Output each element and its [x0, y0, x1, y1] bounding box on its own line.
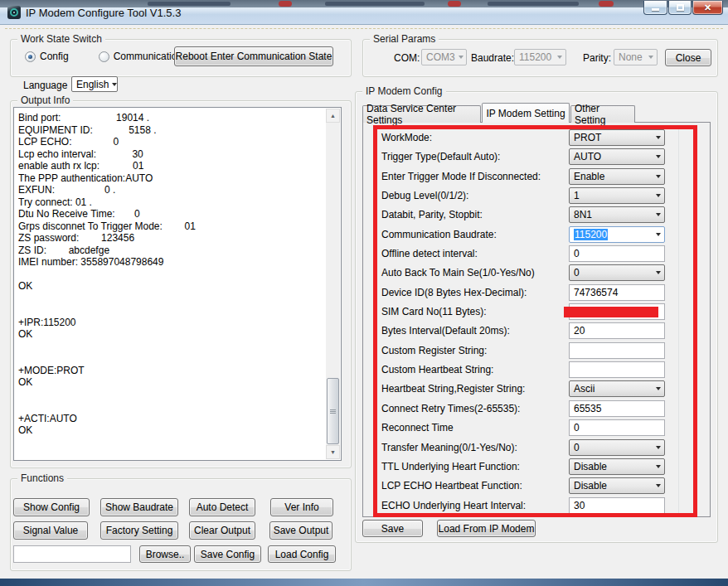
signal-value-button[interactable]: Signal Value	[13, 521, 88, 540]
enter-trigger-mode-if-disconnected-select[interactable]: Enable	[569, 168, 665, 185]
tab-other-setting[interactable]: Other Setting	[570, 105, 635, 123]
tab-ip-modem-setting[interactable]: IP Modem Setting	[482, 103, 570, 123]
clear-output-button[interactable]: Clear Output	[189, 521, 255, 540]
sim-card-no-11-bytes-input[interactable]	[569, 303, 665, 320]
radio-label: Config	[40, 51, 69, 62]
ttl-underlying-heart-function-select[interactable]: Disable	[569, 458, 665, 475]
config-file-path-input[interactable]	[13, 545, 131, 563]
heartbeat-string-register-string-select[interactable]: Ascii	[569, 380, 665, 397]
chevron-down-icon	[656, 271, 661, 274]
save-config-button[interactable]: Save Config	[194, 545, 261, 563]
field-label: Custom Heartbeat String:	[381, 364, 567, 375]
tabstrip: Data Service Center SettingsIP Modem Set…	[362, 103, 636, 123]
minimize-button[interactable]	[643, 1, 667, 15]
serial-params-label: Serial Params	[370, 33, 439, 46]
com-select[interactable]: COM3	[421, 49, 467, 65]
serial-close-button[interactable]: Close	[665, 49, 711, 66]
field-value: Disable	[574, 480, 607, 492]
device-id-8-bytes-hex-decimal-input[interactable]: 74736574	[569, 284, 665, 301]
backdrop-blob	[325, 2, 425, 6]
form-row-communication-baudrate: Communication Baudrate:115200	[381, 226, 665, 245]
auto-detect-button[interactable]: Auto Detect	[189, 498, 255, 516]
load-config-button[interactable]: Load Config	[268, 545, 336, 563]
radio-communication[interactable]: Communication	[99, 51, 182, 62]
redaction-bar	[564, 307, 658, 317]
parity-select[interactable]: None	[614, 49, 658, 65]
etched-divider	[5, 28, 723, 29]
save-output-button[interactable]: Save Output	[269, 521, 332, 540]
lcp-echo-heartbeat-function-select[interactable]: Disable	[569, 477, 665, 494]
app-window: IP Modem Configure Tool V1.5.3 ✕ Work St…	[0, 0, 728, 586]
field-value: AUTO	[574, 151, 601, 162]
radio-config[interactable]: Config	[25, 51, 69, 62]
chevron-down-icon	[459, 56, 463, 59]
modem-config-fields: WorkMode:PROTTrigger Type(Default Auto):…	[381, 129, 665, 516]
tab-data-service-center-settings[interactable]: Data Service Center Settings	[362, 105, 481, 123]
backdrop-blob	[148, 2, 231, 6]
offline-detect-interval-input[interactable]: 0	[569, 245, 665, 262]
com-label: COM:	[394, 52, 420, 64]
field-value: 1	[574, 190, 580, 201]
form-row-debug-level-0-1-2: Debug Level(0/1/2):1	[381, 187, 665, 206]
form-row-bytes-interval-default-20ms: Bytes Interval(Default 20ms):20	[381, 322, 665, 341]
chevron-down-icon	[656, 155, 661, 158]
factory-setting-button[interactable]: Factory Setting	[100, 521, 178, 540]
scrollbar-thumb[interactable]	[327, 378, 339, 444]
caption-buttons: ✕	[643, 1, 724, 15]
form-row-heartbeat-string-register-string: Heartbeat String,Register String:Ascii	[381, 380, 665, 400]
browse-button[interactable]: Browse..	[139, 545, 191, 563]
show-baudrate-button[interactable]: Show Baudrate	[100, 498, 178, 516]
chevron-down-icon	[112, 83, 117, 86]
close-button[interactable]: ✕	[692, 1, 723, 15]
baudrate-select[interactable]: 115200	[514, 49, 566, 65]
scrollbar-down-button[interactable]: ▼	[326, 445, 340, 459]
show-config-button[interactable]: Show Config	[13, 498, 90, 516]
form-row-connect-retry-times-2-65535: Connect Retry Times(2-65535):65535	[381, 400, 665, 419]
echo-underlying-heart-interval-input[interactable]: 30	[569, 497, 665, 514]
language-label: Language	[23, 80, 67, 91]
work-state-radios: ConfigCommunication	[25, 51, 182, 62]
field-label: Trigger Type(Default Auto):	[381, 151, 567, 162]
backdrop-blob	[448, 1, 461, 7]
custom-register-string-input[interactable]	[569, 342, 665, 359]
close-icon: ✕	[704, 3, 711, 12]
bytes-interval-default-20ms-input[interactable]: 20	[569, 322, 665, 339]
workmode-select[interactable]: PROT	[569, 129, 665, 146]
reboot-button[interactable]: Reboot Enter Communication State	[174, 46, 333, 66]
output-text[interactable]: Bind port: 19014 . EQUIPMENT ID: 5158 . …	[18, 112, 323, 458]
auto-back-to-main-se-1-0-yes-no-select[interactable]: 0	[569, 264, 665, 281]
form-row-reconnect-time: Reconnect Time0	[381, 419, 665, 438]
transfer-meaning-0-1-yes-no-select[interactable]: 0	[569, 439, 665, 456]
reconnect-time-input[interactable]: 0	[569, 419, 665, 436]
title-bar: IP Modem Configure Tool V1.5.3 ✕	[0, 0, 728, 25]
chevron-down-icon	[656, 233, 661, 236]
chevron-down-icon	[656, 213, 661, 216]
form-row-lcp-echo-heartbeat-function: LCP ECHO Heartbeat Function:Disable	[381, 477, 665, 496]
debug-level-0-1-2-select[interactable]: 1	[569, 187, 665, 204]
field-value: 0	[574, 422, 580, 433]
form-row-auto-back-to-main-se-1-0-yes-no: Auto Back To Main Se(1/0-Yes/No)0	[381, 264, 665, 283]
functions-label: Functions	[17, 472, 67, 485]
trigger-type-default-auto-select[interactable]: AUTO	[569, 148, 665, 165]
communication-baudrate-combo-input[interactable]: 115200	[569, 226, 665, 243]
baudrate-label: Baudrate:	[471, 52, 514, 64]
maximize-button[interactable]	[668, 1, 692, 15]
form-row-enter-trigger-mode-if-disconnected: Enter Trigger Mode If Disconnected:Enabl…	[381, 168, 665, 187]
backdrop-blob	[279, 1, 292, 7]
app-icon	[7, 6, 21, 19]
minimize-icon	[652, 8, 659, 11]
field-label: Bytes Interval(Default 20ms):	[381, 325, 567, 337]
connect-retry-times-2-65535-input[interactable]: 65535	[569, 400, 665, 417]
language-select[interactable]: English	[71, 76, 118, 92]
save-button[interactable]: Save	[362, 520, 423, 537]
field-label: Reconnect Time	[381, 422, 567, 433]
field-label: ECHO Underlying Heart Interval:	[381, 500, 567, 511]
app-icon-dot	[13, 12, 15, 13]
parity-label: Parity:	[583, 52, 611, 64]
field-label: Enter Trigger Mode If Disconnected:	[381, 171, 567, 182]
ver-info-button[interactable]: Ver Info	[270, 498, 333, 516]
custom-heartbeat-string-input[interactable]	[569, 361, 665, 378]
databit-parity-stopbit-select[interactable]: 8N1	[569, 206, 665, 223]
load-from-modem-button[interactable]: Load From IP Modem	[437, 520, 536, 537]
scrollbar-up-button[interactable]: ▲	[326, 109, 340, 123]
